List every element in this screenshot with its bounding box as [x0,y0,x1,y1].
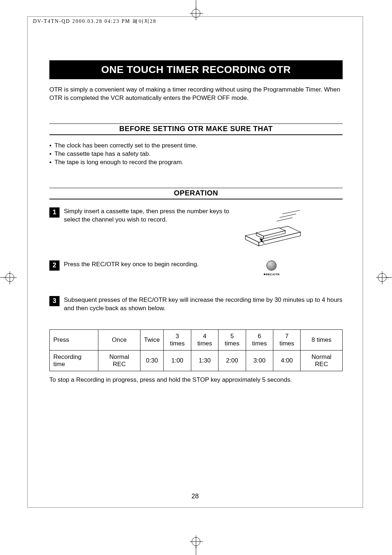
bullet-text: The cassette tape has a safety tab. [54,150,151,158]
svg-line-6 [282,210,300,214]
page-content: ONE TOUCH TIMER RECORDING OTR OTR is sim… [49,60,343,486]
step-text: Simply insert a cassette tape, then pres… [64,207,231,224]
bullet-item: • The clock has been correctly set to th… [49,142,343,150]
rec-button-graphic [266,260,277,271]
rec-button-label: ●REC/OTR [264,272,279,276]
section-heading-before: BEFORE SETTING OTR MAKE SURE THAT [49,123,343,135]
bullet-item: • The cassette tape has a safety tab. [49,150,343,158]
operation-step-3: 3 Subsequent presses of the REC/OTR key … [49,296,343,313]
table-cell: 1:30 [191,350,218,371]
crop-mark-bottom [185,533,207,555]
table-row: Press Once Twice 3 times 4 times 5 times… [50,329,343,350]
table-cell: 6 times [246,329,273,350]
step-text: Subsequent presses of the REC/OTR key wi… [64,296,343,313]
header-metadata-line: DV-T4TN-QD 2000.03.28 04:23 PM 페이지28 [33,18,156,25]
svg-line-7 [279,214,296,218]
bullet-text: The tape is long enough to record the pr… [54,158,183,167]
page-number: 28 [28,493,363,500]
table-cell: 4:00 [273,350,301,371]
table-cell: 2:00 [219,350,246,371]
table-cell: Normal REC [98,350,140,371]
operation-step-1: 1 Simply insert a cassette tape, then pr… [49,207,343,247]
table-cell: 8 times [301,329,343,350]
table-cell: 0:30 [140,350,163,371]
intro-paragraph: OTR is simply a convenient way of making… [49,86,343,102]
vcr-insert-cassette-icon [235,207,308,247]
table-cell: Once [98,329,140,350]
step-number-badge: 3 [49,296,60,306]
section-heading-operation: OPERATION [49,188,343,199]
table-cell: Normal REC [301,350,343,371]
step-number-badge: 2 [49,260,60,271]
table-cell: 5 times [219,329,246,350]
bullet-dot-icon: • [49,142,54,150]
bullet-dot-icon: • [49,158,54,167]
bullet-text: The clock has been correctly set to the … [54,142,197,150]
rec-otr-button-icon: ●REC/OTR [235,260,308,276]
table-cell: 1:00 [164,350,191,371]
step-text: Press the REC/OTR key once to begin reco… [64,260,231,269]
table-row-label: Recording time [50,350,98,371]
before-bullet-list: • The clock has been correctly set to th… [49,142,343,167]
table-cell: 3:00 [246,350,273,371]
step-number-badge: 1 [49,207,60,218]
operation-step-2: 2 Press the REC/OTR key once to begin re… [49,260,343,276]
table-cell: Twice [140,329,163,350]
section-heading-operation-text: OPERATION [49,189,343,198]
section-heading-before-text: BEFORE SETTING OTR MAKE SURE THAT [49,125,343,134]
svg-line-8 [277,218,293,221]
page-frame: DV-T4TN-QD 2000.03.28 04:23 PM 페이지28 ONE… [27,16,363,508]
table-row: Recording time Normal REC 0:30 1:00 1:30… [50,350,343,371]
table-cell: 3 times [164,329,191,350]
table-row-label: Press [50,329,98,350]
table-cell: 7 times [273,329,301,350]
stop-instruction-text: To stop a Recording in progress, press a… [49,376,343,384]
crop-mark-right [374,267,392,288]
bullet-dot-icon: • [49,150,54,158]
crop-mark-left [0,267,18,288]
recording-time-table: Press Once Twice 3 times 4 times 5 times… [49,329,343,371]
table-cell: 4 times [191,329,218,350]
page-title-banner: ONE TOUCH TIMER RECORDING OTR [49,60,343,79]
bullet-item: • The tape is long enough to record the … [49,158,343,167]
